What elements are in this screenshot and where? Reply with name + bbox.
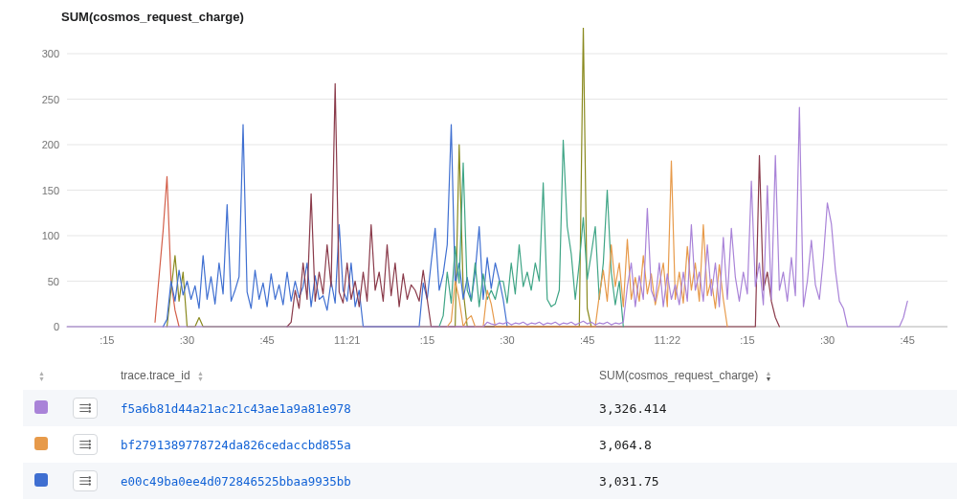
svg-text:11:22: 11:22 xyxy=(655,334,681,346)
svg-text:0: 0 xyxy=(54,321,59,332)
svg-point-29 xyxy=(89,441,90,442)
svg-text:250: 250 xyxy=(42,94,59,105)
svg-text::30: :30 xyxy=(500,334,514,346)
svg-text::45: :45 xyxy=(580,334,594,346)
svg-point-30 xyxy=(89,444,90,444)
svg-point-33 xyxy=(89,480,90,481)
chart-title: SUM(cosmos_request_charge) xyxy=(23,0,957,28)
series-swatch xyxy=(34,400,48,414)
svg-text::30: :30 xyxy=(180,334,194,346)
results-table: ▲▼ trace.trace_id ▲▼ SUM(cosmos_request_… xyxy=(23,361,957,501)
sum-value: 3,064.8 xyxy=(588,426,957,463)
col-icon-header xyxy=(61,361,109,390)
svg-text::15: :15 xyxy=(420,334,434,346)
sort-icon: ▲▼ xyxy=(38,371,45,382)
svg-text:11:21: 11:21 xyxy=(334,334,361,346)
svg-text:200: 200 xyxy=(42,139,59,150)
sum-value: 3,326.414 xyxy=(588,390,957,426)
svg-text:50: 50 xyxy=(48,276,59,287)
line-chart[interactable]: 050100150200250300:15:30:4511:21:15:30:4… xyxy=(23,28,957,353)
trace-list-icon xyxy=(78,401,92,415)
trace-view-button[interactable] xyxy=(73,398,98,419)
svg-point-32 xyxy=(89,477,90,478)
trace-list-icon xyxy=(78,438,92,451)
series-swatch xyxy=(34,473,48,487)
svg-text::45: :45 xyxy=(259,334,274,346)
svg-text::45: :45 xyxy=(901,334,915,346)
table-row[interactable]: bf2791389778724da826cedaccbd855a3,064.8 xyxy=(23,426,957,463)
trace-id-link[interactable]: bf2791389778724da826cedaccbd855a xyxy=(121,438,351,452)
svg-point-28 xyxy=(89,411,90,412)
sort-icon: ▲▼ xyxy=(197,371,204,382)
table-row[interactable]: f5a6b81d44a21ac21c43ae1a9a81e9783,326.41… xyxy=(23,390,957,426)
trace-list-icon xyxy=(78,474,92,488)
trace-id-link[interactable]: e00c49ba0ee4d072846525bbaa9935bb xyxy=(121,474,351,489)
svg-point-27 xyxy=(89,407,90,408)
col-trace-id-header[interactable]: trace.trace_id ▲▼ xyxy=(109,361,588,390)
svg-text:150: 150 xyxy=(42,185,59,196)
svg-point-31 xyxy=(89,447,90,448)
sort-icon: ▲▼ xyxy=(766,371,772,382)
trace-view-button[interactable] xyxy=(73,470,98,491)
sum-value: 3,031.75 xyxy=(588,463,957,499)
svg-text::15: :15 xyxy=(740,334,754,346)
trace-view-button[interactable] xyxy=(73,434,98,455)
series-swatch xyxy=(34,437,48,450)
svg-text:100: 100 xyxy=(42,230,59,241)
col-swatch-header[interactable]: ▲▼ xyxy=(23,361,61,390)
trace-id-link[interactable]: f5a6b81d44a21ac21c43ae1a9a81e978 xyxy=(121,401,351,416)
svg-text:300: 300 xyxy=(42,48,59,59)
svg-text::30: :30 xyxy=(820,334,835,346)
table-row[interactable]: e00c49ba0ee4d072846525bbaa9935bb3,031.75 xyxy=(23,463,957,499)
col-sum-header[interactable]: SUM(cosmos_request_charge) ▲▼ xyxy=(588,361,957,390)
svg-point-26 xyxy=(89,404,90,405)
svg-point-34 xyxy=(89,484,90,485)
svg-text::15: :15 xyxy=(100,334,114,346)
